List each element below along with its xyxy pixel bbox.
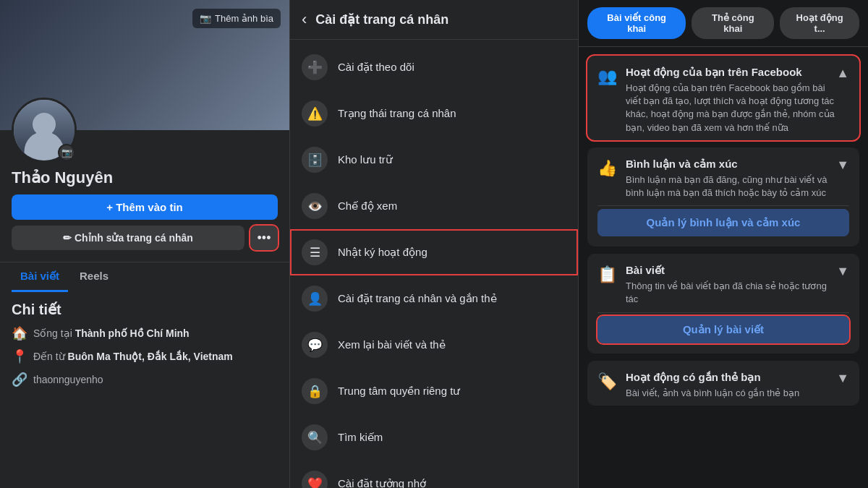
more-options-button[interactable]: ••• xyxy=(250,226,278,250)
status-icon: ⚠️ xyxy=(302,100,328,127)
home-icon: 🏠 xyxy=(12,325,26,341)
menu-item-che-do-xem[interactable]: 👁️ Chế độ xem xyxy=(290,183,578,229)
edit-profile-button[interactable]: ✏ Chỉnh sửa trang cá nhân xyxy=(12,226,244,250)
middle-header: ‹ Cài đặt trang cá nhân xyxy=(290,0,578,40)
comment-title: Bình luận và cảm xúc xyxy=(626,158,836,171)
activity-facebook-header-left: 👥 Hoạt động của bạn trên Facebook Hoạt đ… xyxy=(597,66,836,134)
menu-item-nhat-ky[interactable]: ☰ Nhật ký hoạt động xyxy=(290,229,578,275)
tagged-activity-header: 🏷️ Hoạt động có gắn thẻ bạn Bài viết, ản… xyxy=(587,361,859,406)
tagging-settings-icon: 👤 xyxy=(302,286,328,312)
add-story-label: + Thêm vào tin xyxy=(106,201,182,213)
camera-cover-icon: 📷 xyxy=(200,13,211,24)
activity-log-label: Nhật ký hoạt động xyxy=(338,246,427,259)
privacy-center-icon: 🔒 xyxy=(302,378,328,404)
comment-divider xyxy=(597,205,849,206)
middle-panel: ‹ Cài đặt trang cá nhân ➕ Cài đặt theo d… xyxy=(289,0,579,488)
storage-icon: 🗄️ xyxy=(302,147,328,173)
tagged-text-block: Hoạt động có gắn thẻ bạn Bài viết, ảnh v… xyxy=(626,371,836,400)
tagged-activity-card: 🏷️ Hoạt động có gắn thẻ bạn Bài viết, ản… xyxy=(587,361,859,406)
add-cover-label: Thêm ảnh bìa xyxy=(215,13,273,24)
comment-text-block: Bình luận và cảm xúc Bình luận mà bạn đã… xyxy=(626,158,836,200)
comment-desc: Bình luận mà bạn đã đăng, cũng như bài v… xyxy=(626,174,836,200)
privacy-center-label: Trung tâm quyền riêng tư xyxy=(338,385,460,398)
tab-the-cong-khai[interactable]: Thẻ công khai xyxy=(692,7,774,39)
right-content-area: 👥 Hoạt động của bạn trên Facebook Hoạt đ… xyxy=(579,47,868,488)
link-icon: 🔗 xyxy=(12,372,26,388)
tab-reels[interactable]: Reels xyxy=(71,262,117,292)
details-section: Chi tiết 🏠 Sống tại Thành phố Hồ Chí Min… xyxy=(0,292,289,403)
tagged-desc: Bài viết, ảnh và bình luận có gắn thẻ bạ… xyxy=(626,387,836,400)
follow-settings-label: Cài đặt theo dõi xyxy=(338,61,414,74)
right-panel: Bài viết công khai Thẻ công khai Hoạt độ… xyxy=(579,0,868,488)
right-tabs-bar: Bài viết công khai Thẻ công khai Hoạt độ… xyxy=(579,0,868,47)
avatar-wrapper: 📷 xyxy=(12,98,77,163)
posts-desc: Thông tin về bài viết bạn đã chia sẻ hoặ… xyxy=(626,280,836,306)
follow-settings-icon: ➕ xyxy=(302,54,328,80)
posts-section-header: 📋 Bài viết Thông tin về bài viết bạn đã … xyxy=(587,254,859,312)
more-icon: ••• xyxy=(258,231,271,246)
menu-item-cai-dat-theo-doi[interactable]: ➕ Cài đặt theo dõi xyxy=(290,44,578,90)
menu-item-tim-kiem[interactable]: 🔍 Tìm kiếm xyxy=(290,414,578,461)
tab-bai-viet[interactable]: Bài viết xyxy=(12,262,68,292)
comment-icon: 👍 xyxy=(597,159,617,178)
edit-profile-label: ✏ Chỉnh sửa trang cá nhân xyxy=(63,232,193,244)
status-label: Trạng thái trang cá nhân xyxy=(338,107,456,120)
menu-item-xem-lai[interactable]: 💬 Xem lại bài viết và thẻ xyxy=(290,322,578,368)
posts-title: Bài viết xyxy=(626,264,836,277)
back-icon: ‹ xyxy=(302,10,307,28)
search-icon: 🔍 xyxy=(302,424,328,450)
activity-log-icon: ☰ xyxy=(302,239,328,265)
detail-username-text: thaonnguyenho xyxy=(33,374,103,385)
posts-section-card: 📋 Bài viết Thông tin về bài viết bạn đã … xyxy=(587,254,859,353)
menu-item-kho-luu-tru[interactable]: 🗄️ Kho lưu trữ xyxy=(290,137,578,183)
comment-section-card: 👍 Bình luận và cảm xúc Bình luận mà bạn … xyxy=(587,147,859,247)
details-title: Chi tiết xyxy=(12,301,278,318)
posts-chevron[interactable]: ▼ xyxy=(836,264,849,279)
view-mode-icon: 👁️ xyxy=(302,193,328,219)
detail-location: 🏠 Sống tại Thành phố Hồ Chí Minh xyxy=(12,325,278,341)
detail-origin: Đến từ Buôn Ma Thuột, Đắk Lắk, Vietnam xyxy=(33,351,233,362)
activity-facebook-icon: 👥 xyxy=(597,67,617,86)
middle-title: Cài đặt trang cá nhân xyxy=(315,12,448,27)
menu-item-trang-thai[interactable]: ⚠️ Trạng thái trang cá nhân xyxy=(290,90,578,137)
profile-action-buttons: ✏ Chỉnh sửa trang cá nhân ••• xyxy=(12,226,278,250)
activity-facebook-chevron[interactable]: ▲ xyxy=(836,66,849,81)
review-icon: 💬 xyxy=(302,332,328,358)
tag-icon: 🏷️ xyxy=(597,372,617,391)
menu-item-trung-tam[interactable]: 🔒 Trung tâm quyền riêng tư xyxy=(290,368,578,414)
add-cover-button[interactable]: 📷 Thêm ảnh bìa xyxy=(192,9,281,28)
pin-icon: 📍 xyxy=(12,348,26,364)
tagged-chevron[interactable]: ▼ xyxy=(836,371,849,386)
tagged-title: Hoạt động có gắn thẻ bạn xyxy=(626,371,836,384)
profile-tabs: Bài viết Reels xyxy=(0,262,289,292)
activity-facebook-title: Hoạt động của bạn trên Facebook xyxy=(626,66,836,79)
comment-section-header-left: 👍 Bình luận và cảm xúc Bình luận mà bạn … xyxy=(597,158,836,200)
tagged-activity-header-left: 🏷️ Hoạt động có gắn thẻ bạn Bài viết, ản… xyxy=(597,371,836,400)
menu-item-cai-dat-gan-the[interactable]: 👤 Cài đặt trang cá nhân và gắn thẻ xyxy=(290,275,578,322)
settings-menu-list: ➕ Cài đặt theo dõi ⚠️ Trạng thái trang c… xyxy=(290,40,578,488)
posts-icon: 📋 xyxy=(597,265,617,284)
camera-avatar-icon[interactable]: 📷 xyxy=(58,144,75,161)
memorial-icon: ❤️ xyxy=(302,471,328,488)
comment-chevron[interactable]: ▼ xyxy=(836,158,849,173)
add-to-story-button[interactable]: + Thêm vào tin xyxy=(12,194,278,220)
manage-comments-button[interactable]: Quản lý bình luận và cảm xúc xyxy=(597,209,849,236)
detail-username: 🔗 thaonnguyenho xyxy=(12,372,278,388)
memorial-label: Cài đặt tưởng nhớ xyxy=(338,477,426,488)
profile-section: 📷 Thảo Nguyên + Thêm vào tin ✏ Chỉnh sửa… xyxy=(0,98,289,259)
comment-section-header: 👍 Bình luận và cảm xúc Bình luận mà bạn … xyxy=(587,147,859,205)
posts-section-header-left: 📋 Bài viết Thông tin về bài viết bạn đã … xyxy=(597,264,836,306)
detail-living: Sống tại Thành phố Hồ Chí Minh xyxy=(33,328,190,339)
posts-divider xyxy=(597,312,849,313)
back-button[interactable]: ‹ xyxy=(302,10,307,29)
posts-text-block: Bài viết Thông tin về bài viết bạn đã ch… xyxy=(626,264,836,306)
manage-posts-button[interactable]: Quản lý bài viết xyxy=(597,316,849,343)
detail-from: 📍 Đến từ Buôn Ma Thuột, Đắk Lắk, Vietnam xyxy=(12,348,278,364)
profile-name: Thảo Nguyên xyxy=(12,168,113,187)
activity-facebook-header: 👥 Hoạt động của bạn trên Facebook Hoạt đ… xyxy=(587,56,859,140)
storage-label: Kho lưu trữ xyxy=(338,153,393,166)
tab-hoat-dong[interactable]: Hoạt động t... xyxy=(780,7,859,39)
left-panel: 📷 Thêm ảnh bìa 📷 Thảo Nguyên + Thêm vào … xyxy=(0,0,289,488)
menu-item-tuong-nho[interactable]: ❤️ Cài đặt tưởng nhớ xyxy=(290,461,578,488)
tab-bai-viet-cong-khai[interactable]: Bài viết công khai xyxy=(587,7,686,39)
